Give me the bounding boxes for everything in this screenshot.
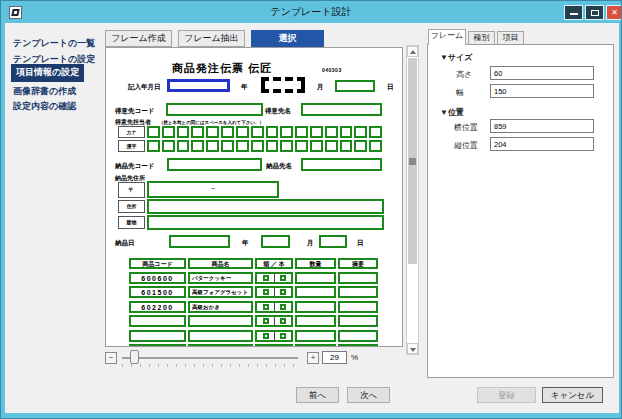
cancel-button[interactable]: キャンセル (542, 387, 603, 403)
height-field[interactable] (490, 66, 594, 80)
delivery-name-label: 納品先名 (266, 162, 292, 171)
quantity-cell[interactable] (295, 315, 336, 327)
remarks-cell[interactable] (338, 272, 378, 284)
box-unit-cell[interactable] (255, 344, 293, 347)
box-unit-cell[interactable] (255, 286, 293, 298)
zoom-value-field[interactable]: 29 (322, 351, 347, 364)
kanji-grid-row (147, 140, 382, 152)
window: テンプレート設計 ✕ テンプレートの一覧 テンプレートの設定 項目情報の設定 画… (0, 0, 622, 419)
kanji-row-label: 漢字 (118, 140, 145, 152)
product-name-cell[interactable] (188, 344, 253, 347)
frame-box-customer-name[interactable] (301, 103, 382, 116)
frame-box-day[interactable] (335, 80, 375, 92)
frame-box-selected[interactable] (261, 77, 305, 93)
maximize-button[interactable] (585, 5, 604, 20)
y-position-field[interactable] (490, 137, 594, 151)
grid-cell (191, 140, 204, 152)
day-label: 日 (387, 83, 394, 92)
sidebar-item-field-info-settings[interactable]: 項目情報の設定 (11, 64, 84, 82)
sidebar-item-image-dictionary[interactable]: 画像辞書の作成 (13, 85, 76, 98)
minimize-button[interactable] (564, 5, 583, 20)
table-row (129, 344, 380, 347)
zoom-out-button[interactable]: − (105, 352, 117, 364)
window-title: テンプレート設計 (1, 5, 621, 19)
quantity-cell[interactable] (295, 272, 336, 284)
tab-frame-create[interactable]: フレーム作成 (105, 30, 172, 47)
frame-box-highlighted-blue[interactable] (167, 79, 230, 92)
remarks-cell[interactable] (338, 330, 378, 342)
frame-box-postal[interactable]: − (147, 181, 279, 198)
building-row-label: 建物 (118, 216, 145, 229)
frame-box-delivery-name[interactable] (301, 158, 382, 171)
tab-frame[interactable]: フレーム (428, 29, 466, 45)
previous-button[interactable]: 前へ (296, 387, 339, 403)
form-page: 商品発注伝票 伝匠 040303 記入年月日 年 月 日 得意先コード 得意先名… (106, 48, 402, 346)
frame-box-delivery-month[interactable] (261, 235, 290, 248)
frame-box-delivery-year[interactable] (169, 235, 230, 248)
product-code-cell[interactable] (129, 315, 186, 327)
minimize-icon (570, 13, 578, 15)
width-field[interactable] (490, 84, 594, 98)
frame-box-building[interactable] (147, 215, 384, 230)
quantity-cell[interactable] (295, 330, 336, 342)
checkbox-icon (280, 333, 286, 339)
product-code-cell[interactable]: 601500 (129, 286, 186, 298)
tab-frame-extract[interactable]: フレーム抽出 (178, 30, 245, 47)
remarks-cell[interactable] (338, 301, 378, 313)
product-name-cell[interactable]: 高級フォアグラセット (188, 286, 253, 298)
titlebar: テンプレート設計 ✕ (1, 1, 621, 23)
x-position-field[interactable] (490, 119, 594, 133)
product-name-cell[interactable]: 高級おかき (188, 301, 253, 313)
box-unit-cell[interactable] (255, 301, 293, 313)
checkbox-icon (263, 304, 269, 310)
remarks-cell[interactable] (338, 315, 378, 327)
y-position-label: 縦位置 (454, 140, 478, 151)
product-name-cell[interactable]: バタークッキー (188, 272, 253, 284)
zoom-slider-thumb[interactable] (130, 350, 139, 364)
product-code-cell[interactable] (129, 330, 186, 342)
product-name-cell[interactable] (188, 315, 253, 327)
next-button[interactable]: 次へ (347, 387, 390, 403)
frame-box-delivery-code[interactable] (167, 158, 262, 171)
scrollbar-thumb[interactable] (408, 58, 417, 264)
remarks-cell[interactable] (338, 344, 378, 347)
zoom-slider-ticks (122, 364, 300, 367)
box-unit-cell[interactable] (255, 272, 293, 284)
product-code-cell[interactable]: 600600 (129, 272, 186, 284)
grid-cell (369, 126, 382, 138)
quantity-cell[interactable] (295, 344, 336, 347)
quantity-cell[interactable] (295, 301, 336, 313)
grid-cell (162, 126, 175, 138)
tab-item[interactable]: 項目 (497, 31, 524, 45)
customer-name-label: 得意先名 (265, 107, 291, 116)
checkbox-icon (263, 289, 269, 295)
remarks-cell[interactable] (338, 286, 378, 298)
scroll-up-button[interactable] (407, 46, 418, 57)
delivery-year-label: 年 (242, 239, 249, 248)
tab-type[interactable]: 種別 (468, 31, 495, 45)
scroll-down-button[interactable] (407, 343, 418, 354)
box-unit-cell[interactable] (255, 330, 293, 342)
frame-box-customer-code[interactable] (166, 103, 263, 116)
grid-cell (206, 126, 219, 138)
frame-box-delivery-day[interactable] (319, 235, 347, 248)
sidebar-item-confirm-settings[interactable]: 設定内容の確認 (13, 100, 76, 113)
product-code-cell[interactable] (129, 344, 186, 347)
close-button[interactable]: ✕ (606, 5, 622, 20)
form-doc-number: 040303 (322, 67, 342, 73)
sidebar-item-template-list[interactable]: テンプレートの一覧 (13, 37, 95, 50)
document-preview[interactable]: 商品発注伝票 伝匠 040303 記入年月日 年 月 日 得意先コード 得意先名… (105, 47, 403, 347)
address-row-label: 住所 (118, 200, 145, 213)
quantity-cell[interactable] (295, 286, 336, 298)
grid-cell (191, 126, 204, 138)
product-name-cell[interactable] (188, 330, 253, 342)
zoom-in-button[interactable]: + (307, 352, 319, 364)
register-button[interactable]: 登録 (477, 387, 536, 403)
document-vertical-scrollbar[interactable] (406, 45, 419, 355)
frame-box-address[interactable] (147, 199, 384, 214)
zoom-slider-track[interactable] (122, 357, 298, 359)
product-code-cell[interactable]: 602200 (129, 301, 186, 313)
tab-select[interactable]: 選択 (251, 30, 324, 47)
kana-grid-row (147, 126, 382, 138)
box-unit-cell[interactable] (255, 315, 293, 327)
